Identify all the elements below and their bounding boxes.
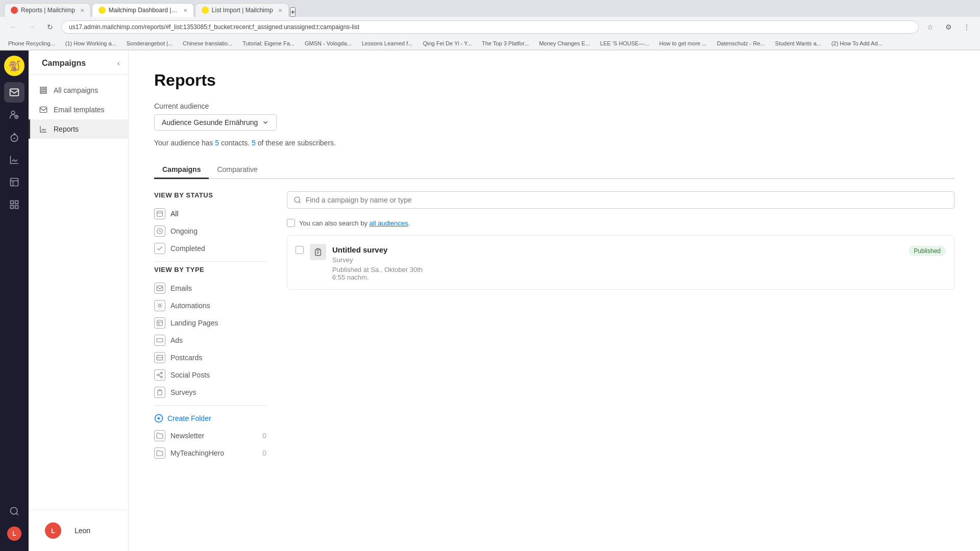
bookmark-12[interactable]: How to get more ... [655, 39, 710, 47]
create-folder-icon [154, 414, 163, 423]
mailchimp-logo[interactable]: 🐒 [4, 56, 24, 76]
bookmark-1[interactable]: Phone Recycling... [4, 39, 59, 47]
create-folder-button[interactable]: Create Folder [154, 410, 266, 427]
tab-favicon-3 [202, 7, 209, 14]
menu-button[interactable]: ⋮ [960, 20, 974, 34]
rail-content[interactable] [4, 172, 24, 192]
rail-user[interactable]: L [4, 523, 24, 544]
bookmark-7[interactable]: Lessons Learned f... [358, 39, 417, 47]
user-info[interactable]: L Leon [29, 516, 128, 545]
tab-close-1[interactable]: ✕ [80, 8, 84, 13]
filters-section: View by Status All Ongoing [154, 191, 954, 462]
tab-comparative[interactable]: Comparative [209, 161, 265, 179]
main-content: Reports Current audience Audience Gesund… [129, 51, 980, 551]
email-templates-label: Email templates [54, 106, 105, 114]
bookmark-11[interactable]: LEE 'S HOUSE—... [596, 39, 653, 47]
filter-surveys[interactable]: Surveys [154, 384, 266, 401]
filter-surveys-label: Surveys [170, 388, 197, 396]
tab-close-2[interactable]: ✕ [183, 8, 187, 13]
bookmark-9[interactable]: The Top 3 Platfor... [478, 39, 533, 47]
reports-icon [38, 124, 48, 134]
filter-ongoing[interactable]: Ongoing [154, 222, 266, 240]
sidebar-item-all-campaigns[interactable]: All campaigns [29, 81, 128, 100]
surveys-type-icon [154, 387, 165, 398]
search-bar[interactable] [287, 191, 954, 209]
social-posts-type-icon [154, 369, 165, 381]
automations-type-icon [154, 300, 165, 311]
all-status-icon [154, 208, 165, 219]
filter-ads-label: Ads [170, 336, 183, 344]
newsletter-folder-label: Newsletter [170, 432, 204, 440]
reload-button[interactable]: ↻ [43, 20, 57, 34]
bookmark-14[interactable]: Student Wants a... [771, 39, 825, 47]
sidebar-item-email-templates[interactable]: Email templates [29, 100, 128, 119]
filter-divider-2 [154, 405, 266, 406]
ads-type-icon [154, 335, 165, 346]
audience-dropdown[interactable]: Audience Gesunde Ernährung [154, 114, 277, 131]
bookmark-10[interactable]: Money Changes E... [535, 39, 594, 47]
sidebar-item-reports[interactable]: Reports [29, 119, 128, 139]
search-input[interactable] [306, 196, 948, 204]
sidebar-collapse-button[interactable]: ‹ [117, 59, 120, 68]
svg-point-14 [159, 305, 161, 307]
back-button[interactable]: ← [6, 20, 20, 34]
filter-ads[interactable]: Ads [154, 332, 266, 349]
filter-completed[interactable]: Completed [154, 240, 266, 257]
filter-postcards[interactable]: Postcards [154, 349, 266, 366]
rail-contacts[interactable] [4, 105, 24, 125]
folder-myteachinghero[interactable]: MyTeachingHero 0 [154, 444, 266, 462]
url-bar[interactable] [61, 20, 919, 34]
rail-campaigns[interactable] [4, 82, 24, 103]
all-audiences-link[interactable]: all audiences [370, 219, 408, 227]
extensions-button[interactable]: ⚙ [941, 20, 955, 34]
bookmark-button[interactable]: ☆ [923, 20, 937, 34]
bookmark-8[interactable]: Qing Fei De Yi - Y... [419, 39, 476, 47]
rail-integrations[interactable] [4, 194, 24, 215]
tab-campaigns[interactable]: Campaigns [154, 161, 209, 179]
view-by-type-title: View by Type [154, 266, 266, 273]
forward-button[interactable]: → [24, 20, 39, 34]
filter-all[interactable]: All [154, 205, 266, 222]
svg-rect-10 [40, 107, 46, 113]
user-avatar: L [45, 522, 61, 539]
tab-close-3[interactable]: ✕ [278, 8, 282, 13]
filter-divider-1 [154, 261, 266, 262]
bookmark-4[interactable]: Chinese translatio... [179, 39, 236, 47]
postcards-type-icon [154, 352, 165, 363]
svg-rect-5 [11, 201, 14, 204]
page-title: Reports [154, 71, 954, 90]
filter-completed-label: Completed [170, 244, 205, 253]
browser-tab-2[interactable]: Mailchimp Dashboard | Mail... ✕ [92, 3, 194, 17]
bookmark-3[interactable]: Sonderangebot |... [122, 39, 177, 47]
svg-point-19 [161, 372, 163, 374]
tab-label-3: List Import | Mailchimp [212, 7, 273, 14]
rail-search[interactable] [4, 501, 24, 521]
campaign-checkbox-untitled-survey[interactable] [296, 246, 304, 254]
svg-point-1 [11, 111, 15, 115]
campaign-name[interactable]: Untitled survey [332, 245, 387, 254]
bookmark-5[interactable]: Tutorial: Eigene Fa... [238, 39, 299, 47]
browser-tab-1[interactable]: Reports | Mailchimp ✕ [4, 3, 91, 17]
campaign-info-untitled-survey: Untitled survey Published Survey Publish… [332, 244, 946, 281]
filter-landing-pages-label: Landing Pages [170, 319, 218, 327]
filter-emails-label: Emails [170, 284, 192, 292]
browser-tab-3[interactable]: List Import | Mailchimp ✕ [195, 3, 289, 17]
bookmark-2[interactable]: (1) How Working a... [61, 39, 120, 47]
myteachinghero-folder-icon [154, 447, 165, 459]
svg-rect-7 [11, 206, 14, 209]
rail-analytics[interactable] [4, 149, 24, 170]
filter-landing-pages[interactable]: Landing Pages [154, 314, 266, 332]
bookmark-15[interactable]: (2) How To Add Ad... [827, 39, 887, 47]
folder-newsletter[interactable]: Newsletter 0 [154, 427, 266, 444]
select-all-checkbox[interactable] [287, 219, 295, 227]
campaign-status-badge: Published [909, 246, 946, 256]
filter-emails[interactable]: Emails [154, 280, 266, 297]
rail-automations[interactable] [4, 127, 24, 147]
filter-column: View by Status All Ongoing [154, 191, 266, 462]
bookmark-6[interactable]: GMSN - Vologda... [301, 39, 356, 47]
bookmark-13[interactable]: Datenschutz - Re... [713, 39, 769, 47]
new-tab-button[interactable]: + [290, 7, 296, 17]
filter-social-posts[interactable]: Social Posts [154, 366, 266, 384]
reports-label: Reports [54, 125, 79, 133]
filter-automations[interactable]: Automations [154, 297, 266, 314]
